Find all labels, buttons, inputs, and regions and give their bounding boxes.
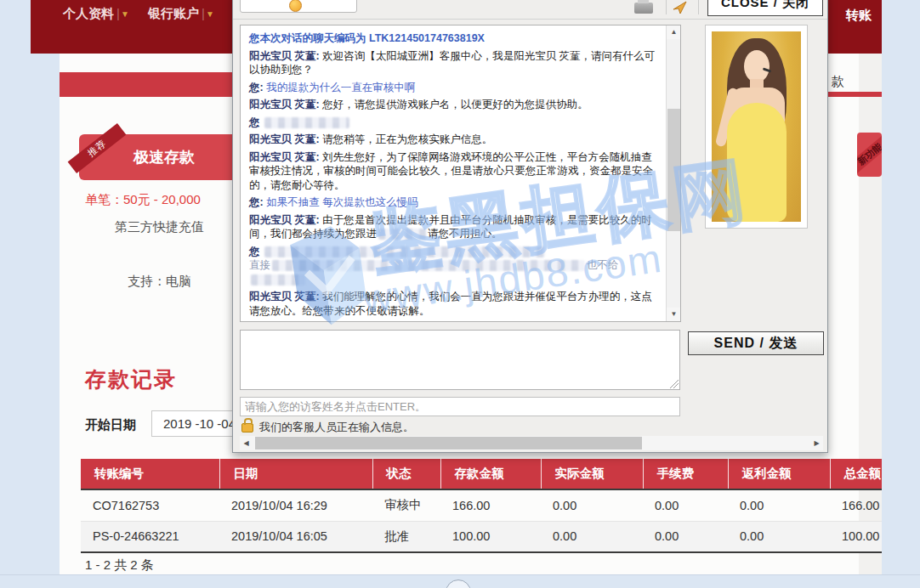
redacted-text xyxy=(264,117,349,128)
redacted-text xyxy=(378,229,426,240)
table-cell: 166.00 xyxy=(440,489,541,521)
chat-compose-textarea[interactable] xyxy=(240,330,680,390)
deposit-method-text: 第三方快捷充值 xyxy=(115,219,204,235)
nav-profile-label: 个人资料 xyxy=(63,6,114,20)
new-feature-ribbon: 新功能 xyxy=(857,133,882,177)
records-table-wrap: 转账编号日期状态存款金额实际金额手续费返利金额总金额 CO71627532019… xyxy=(81,459,882,553)
fast-deposit-label: 极速存款 xyxy=(133,147,195,167)
deposit-limit-text: 单笔：50元 - 20,000 xyxy=(85,192,201,208)
table-header-cell: 总金额 xyxy=(830,459,882,489)
nav-item-bank-account[interactable]: 银行账户|▼ xyxy=(148,6,214,22)
vertical-scrollbar[interactable]: ▲ ▼ xyxy=(666,25,680,321)
toolbar-separator xyxy=(666,0,667,14)
table-row: CO71627532019/10/04 16:29审核中166.000.000.… xyxy=(81,489,882,521)
table-header-cell: 状态 xyxy=(372,459,440,489)
table-header-row: 转账编号日期状态存款金额实际金额手续费返利金额总金额 xyxy=(81,459,882,489)
chat-messages: 您本次对话的聊天编码为 LTK121450174763819X阳光宝贝 苂蓳: … xyxy=(249,31,656,322)
lock-icon xyxy=(241,423,253,433)
chat-message: 您: 我的提款为什么一直在审核中啊 xyxy=(249,81,656,95)
screen: 个人资料|▼ 银行账户|▼ 转账 款 极速存款 推荐 新功能 单笔：50元 - … xyxy=(0,0,920,588)
nav-item-transfer[interactable]: 转账 xyxy=(846,8,872,24)
table-header-cell: 转账编号 xyxy=(81,459,219,489)
print-icon[interactable] xyxy=(634,3,653,14)
table-cell: 0.00 xyxy=(643,521,728,552)
chat-message: 阳光宝贝 苂蓳: 由于您是首次提出提款并且由平台分随机抽取审核，是需要比较久的时… xyxy=(249,213,656,241)
records-tbody: CO71627532019/10/04 16:29审核中166.000.000.… xyxy=(81,489,882,552)
close-button[interactable]: CLOSE / 关闭 xyxy=(707,0,823,16)
chat-message: 您: 如果不抽查 每次提款也这么慢吗 xyxy=(249,195,656,210)
visitor-name-input[interactable] xyxy=(240,397,680,416)
horizontal-scrollbar[interactable]: ◀ ▶ xyxy=(240,436,823,450)
nav-item-profile[interactable]: 个人资料|▼ xyxy=(63,6,129,22)
chat-message: 您: 行了 不等了 不提拉倒 当输了 去宣传一下 xyxy=(249,321,656,322)
start-date-label: 开始日期 xyxy=(85,417,136,433)
chat-message: 您 xyxy=(249,116,656,130)
chat-message: 阳光宝贝 苂蓳: 您好，请您提供游戏账户名，以便更好的为您提供协助。 xyxy=(249,98,656,112)
footer-strip xyxy=(0,574,920,588)
table-cell: 审核中 xyxy=(372,489,440,521)
table-cell: CO7162753 xyxy=(81,489,219,521)
typing-status: 我们的客服人员正在输入信息。 xyxy=(259,420,414,435)
table-cell: 2019/10/04 16:05 xyxy=(219,521,372,552)
pagination-text: 1 - 2 共 2 条 xyxy=(85,557,154,574)
redacted-text xyxy=(272,260,585,271)
table-cell: 100.00 xyxy=(830,521,882,552)
send-cursor-icon[interactable] xyxy=(673,1,688,14)
table-cell: 0.00 xyxy=(541,521,643,552)
table-cell: PS-0-24663221 xyxy=(81,521,219,552)
table-cell: 100.00 xyxy=(440,521,541,552)
toolbar-divider xyxy=(233,19,827,20)
table-row: PS-0-246632212019/10/04 16:05批准100.000.0… xyxy=(81,521,882,552)
redacted-text xyxy=(251,274,305,286)
chat-window: CLOSE / 关闭 您本次对话的聊天编码为 LTK12145017476381… xyxy=(232,0,828,453)
scroll-up-icon[interactable]: ▲ xyxy=(667,25,681,39)
table-cell: 0.00 xyxy=(728,489,830,521)
scroll-down-icon[interactable]: ▼ xyxy=(667,308,681,321)
redacted-text xyxy=(264,246,545,257)
records-table: 转账编号日期状态存款金额实际金额手续费返利金额总金额 CO71627532019… xyxy=(81,459,882,553)
chat-message: 您本次对话的聊天编码为 LTK121450174763819X xyxy=(249,31,656,46)
table-header-cell: 实际金额 xyxy=(541,459,643,489)
scroll-right-icon[interactable]: ▶ xyxy=(810,436,823,450)
deposit-support-text: 支持：电脑 xyxy=(128,274,191,290)
table-cell: 0.00 xyxy=(728,521,830,552)
toolbar-separator xyxy=(698,0,699,14)
scroll-left-icon[interactable]: ◀ xyxy=(240,436,253,450)
records-title: 存款记录 xyxy=(85,365,177,393)
tab-partial-label[interactable]: 款 xyxy=(832,74,844,90)
agent-photo-frame xyxy=(705,25,808,229)
chat-message: 阳光宝贝 苂蓳: 欢迎咨询【太阳城亚洲】客服中心，我是阳光宝贝 苂蓳，请问有什么… xyxy=(249,49,656,77)
table-cell: 0.00 xyxy=(541,489,643,521)
table-header-cell: 日期 xyxy=(219,459,372,489)
chevron-down-icon: ▼ xyxy=(121,9,129,19)
chat-message: 阳光宝贝 苂蓳: 请您稍等，正在为您核实账户信息。 xyxy=(249,133,656,147)
float-button[interactable] xyxy=(446,580,471,588)
table-cell: 批准 xyxy=(372,521,440,552)
resize-grip[interactable] xyxy=(670,380,679,388)
agent-photo xyxy=(712,31,801,222)
table-cell: 2019/10/04 16:29 xyxy=(219,489,372,521)
new-feature-button[interactable]: 新功能 xyxy=(857,133,882,177)
chevron-down-icon: ▼ xyxy=(206,9,214,19)
table-cell: 166.00 xyxy=(830,489,882,521)
chat-message: 您 直接也不给 xyxy=(249,245,656,287)
fast-deposit-button[interactable]: 极速存款 推荐 xyxy=(79,134,249,180)
chat-message: 阳光宝贝 苂蓳: 我们能理解您的心情，我们会一直为您跟进并催促平台方办理的，这点… xyxy=(249,290,656,318)
vertical-scroll-thumb[interactable] xyxy=(667,109,680,231)
table-cell: 0.00 xyxy=(643,489,728,521)
table-header-cell: 返利金额 xyxy=(728,459,830,489)
nav-bank-label: 银行账户 xyxy=(148,6,199,20)
chat-message-area: 您本次对话的聊天编码为 LTK121450174763819X阳光宝贝 苂蓳: … xyxy=(240,25,681,322)
photo-dress xyxy=(727,103,787,222)
chat-message: 阳光宝贝 苂蓳: 刘先生您好，为了保障网络游戏环境的公平公正性，平台方会随机抽查… xyxy=(249,150,656,193)
nav-separator: | xyxy=(116,6,120,20)
photo-face xyxy=(744,50,770,82)
table-header-cell: 存款金额 xyxy=(440,459,541,489)
table-header-cell: 手续费 xyxy=(643,459,728,489)
send-button[interactable]: SEND / 发送 xyxy=(688,331,824,355)
horizontal-scroll-thumb[interactable] xyxy=(255,437,642,449)
nav-separator: | xyxy=(202,6,205,20)
